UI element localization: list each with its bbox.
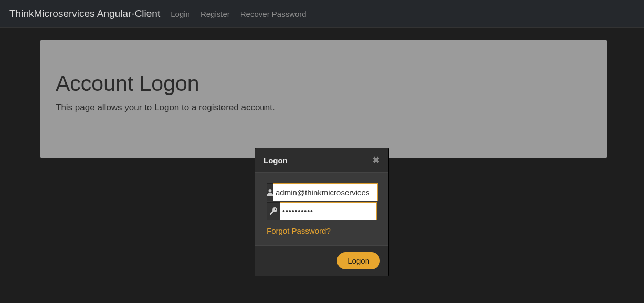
email-input-group	[267, 183, 377, 201]
password-field[interactable]	[280, 202, 377, 220]
nav-link-login[interactable]: Login	[171, 9, 190, 18]
page-subtitle: This page allows your to Logon to a regi…	[56, 102, 592, 113]
main-content: Account Logon This page allows your to L…	[0, 28, 644, 158]
user-icon	[267, 183, 273, 201]
modal-title: Logon	[263, 156, 288, 165]
navbar-brand[interactable]: ThinkMicroservices Angular-Client	[9, 8, 160, 19]
page-title: Account Logon	[56, 71, 592, 96]
modal-body: Forgot Password?	[255, 173, 388, 245]
forgot-password-link[interactable]: Forgot Password?	[267, 226, 331, 235]
logon-button[interactable]: Logon	[337, 252, 380, 269]
navbar: ThinkMicroservices Angular-Client Login …	[0, 0, 644, 28]
modal-footer: Logon	[255, 245, 388, 276]
nav-link-recover-password[interactable]: Recover Password	[240, 9, 307, 18]
password-input-group	[267, 202, 377, 220]
nav-link-register[interactable]: Register	[200, 9, 230, 18]
modal-header: Logon ✖	[255, 148, 388, 173]
close-icon[interactable]: ✖	[372, 155, 380, 165]
logon-modal: Logon ✖ Forgot Password? Logon	[255, 148, 389, 276]
navbar-links: Login Register Recover Password	[171, 9, 306, 18]
email-field[interactable]	[273, 183, 378, 201]
key-icon	[267, 202, 280, 220]
jumbotron: Account Logon This page allows your to L…	[40, 40, 607, 158]
